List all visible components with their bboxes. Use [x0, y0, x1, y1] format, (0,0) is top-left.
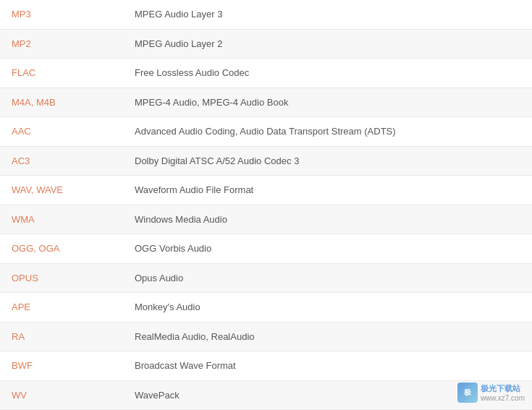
- table-row: AACAdvanced Audio Coding, Audio Data Tra…: [0, 117, 532, 147]
- table-row: WAV, WAVEWaveform Audio File Format: [0, 176, 532, 205]
- description-cell: RealMedia Audio, RealAudio: [123, 323, 532, 351]
- description-cell: MPEG Audio Layer 2: [123, 30, 532, 59]
- table-row: MP2MPEG Audio Layer 2: [0, 30, 532, 59]
- description-cell: Broadcast Wave Format: [123, 351, 532, 380]
- format-table: MP3MPEG Audio Layer 3MP2MPEG Audio Layer…: [0, 0, 532, 410]
- format-cell: RA: [0, 323, 123, 351]
- table-row: AC3Dolby Digital ATSC A/52 Audio Codec 3: [0, 147, 532, 176]
- table-row: WVWavePack: [0, 381, 532, 411]
- description-cell: OGG Vorbis Audio: [123, 234, 532, 263]
- table-row: OPUSOpus Audio: [0, 264, 532, 294]
- watermark: 极 极光下载站 www.xz7.com: [457, 383, 525, 403]
- format-cell: AC3: [0, 147, 123, 176]
- table-row: BWFBroadcast Wave Format: [0, 351, 532, 381]
- description-cell: MPEG Audio Layer 3: [123, 0, 532, 29]
- table-row: OGG, OGAOGG Vorbis Audio: [0, 234, 532, 264]
- table-row: M4A, M4BMPEG-4 Audio, MPEG-4 Audio Book: [0, 88, 532, 118]
- format-cell: AAC: [0, 117, 123, 146]
- format-cell: WAV, WAVE: [0, 176, 123, 205]
- format-cell: OGG, OGA: [0, 234, 123, 263]
- description-cell: Waveform Audio File Format: [123, 176, 532, 205]
- description-cell: Opus Audio: [123, 264, 532, 293]
- table-row: RARealMedia Audio, RealAudio: [0, 323, 532, 352]
- format-cell: M4A, M4B: [0, 88, 123, 117]
- format-cell: FLAC: [0, 59, 123, 87]
- watermark-icon: 极: [457, 383, 478, 403]
- description-cell: Windows Media Audio: [123, 205, 532, 234]
- table-row: WMAWindows Media Audio: [0, 205, 532, 235]
- watermark-site: www.xz7.com: [481, 394, 525, 402]
- description-cell: MPEG-4 Audio, MPEG-4 Audio Book: [123, 88, 532, 117]
- format-cell: WV: [0, 381, 123, 410]
- table-row: MP3MPEG Audio Layer 3: [0, 0, 532, 30]
- table-row: APEMonkey's Audio: [0, 293, 532, 323]
- table-row: FLACFree Lossless Audio Codec: [0, 59, 532, 88]
- format-cell: APE: [0, 293, 123, 322]
- description-cell: Advanced Audio Coding, Audio Data Transp…: [123, 117, 532, 146]
- format-cell: MP3: [0, 0, 123, 29]
- format-cell: MP2: [0, 30, 123, 59]
- watermark-label: 极光下载站: [481, 383, 525, 394]
- format-cell: BWF: [0, 351, 123, 380]
- description-cell: Monkey's Audio: [123, 293, 532, 322]
- format-cell: WMA: [0, 205, 123, 234]
- description-cell: Dolby Digital ATSC A/52 Audio Codec 3: [123, 147, 532, 176]
- description-cell: Free Lossless Audio Codec: [123, 59, 532, 87]
- format-cell: OPUS: [0, 264, 123, 293]
